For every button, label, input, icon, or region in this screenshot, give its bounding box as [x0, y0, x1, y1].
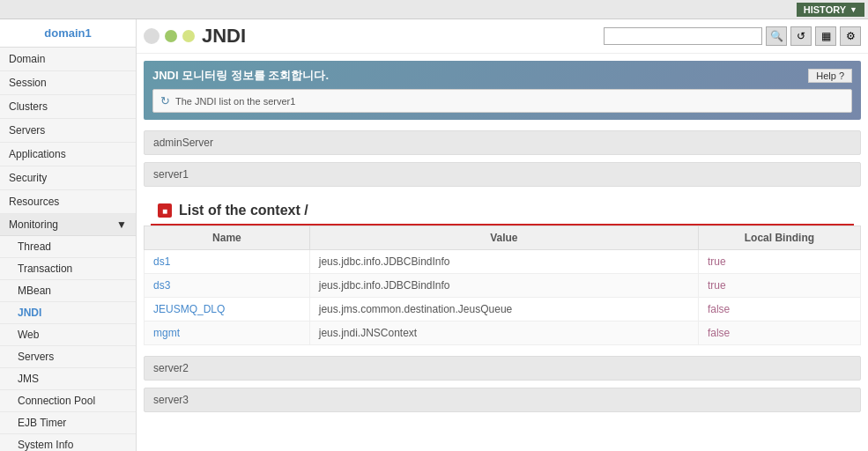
info-box: JNDI 모니터링 정보를 조회합니다. Help ? ↻ The JNDI l…	[144, 61, 861, 120]
info-box-body: ↻ The JNDI list on the server1	[152, 89, 852, 113]
header-right: 🔍 ↺ ▦ ⚙	[604, 26, 861, 46]
sidebar-item-web[interactable]: Web	[0, 324, 136, 346]
help-button[interactable]: Help ?	[808, 69, 852, 83]
main-layout: domain1 Domain Session Clusters Servers …	[0, 19, 868, 451]
sidebar: domain1 Domain Session Clusters Servers …	[0, 19, 137, 451]
logo-circle-green	[165, 30, 177, 42]
sidebar-item-security[interactable]: Security	[0, 166, 136, 190]
sidebar-item-transaction[interactable]: Transaction	[0, 258, 136, 280]
col-header-value: Value	[309, 226, 698, 250]
logo-circles	[144, 28, 195, 44]
cell-local-binding: false	[698, 298, 860, 322]
cell-local-binding: false	[698, 322, 860, 345]
sidebar-item-servers-mon[interactable]: Servers	[0, 346, 136, 368]
page-title: JNDI	[202, 25, 246, 48]
settings-button[interactable]: ⚙	[840, 26, 861, 46]
reload-icon[interactable]: ↻	[160, 94, 170, 107]
sidebar-item-resources[interactable]: Resources	[0, 190, 136, 214]
help-icon: ?	[839, 70, 844, 81]
sidebar-item-thread[interactable]: Thread	[0, 236, 136, 258]
sidebar-item-ejb-timer[interactable]: EJB Timer	[0, 412, 136, 434]
sidebar-item-clusters[interactable]: Clusters	[0, 95, 136, 119]
cell-name[interactable]: ds1	[145, 250, 310, 274]
sidebar-item-jndi[interactable]: JNDI	[0, 302, 136, 324]
server-item-server2[interactable]: server2	[144, 356, 861, 381]
table-row: JEUSMQ_DLQ jeus.jms.common.destination.J…	[145, 298, 861, 322]
monitoring-section-header[interactable]: Monitoring ▼	[0, 214, 136, 236]
sidebar-item-mbean[interactable]: MBean	[0, 280, 136, 302]
grid-button[interactable]: ▦	[815, 26, 836, 46]
server-item-server1[interactable]: server1	[144, 162, 861, 187]
cell-name[interactable]: JEUSMQ_DLQ	[145, 298, 310, 322]
sidebar-item-session[interactable]: Session	[0, 71, 136, 95]
content-header: JNDI 🔍 ↺ ▦ ⚙	[137, 19, 868, 54]
cell-value: jeus.jms.common.destination.JeusQueue	[309, 298, 698, 322]
table-row: ds1 jeus.jdbc.info.JDBCBindInfo true	[145, 250, 861, 274]
section-title-text: List of the context /	[179, 203, 308, 218]
cell-value: jeus.jndi.JNSContext	[309, 322, 698, 345]
table-row: ds3 jeus.jdbc.info.JDBCBindInfo true	[145, 274, 861, 298]
sidebar-item-servers[interactable]: Servers	[0, 119, 136, 143]
info-title-text: JNDI 모니터링 정보를 조회합니다.	[152, 68, 329, 84]
sidebar-item-connection-pool[interactable]: Connection Pool	[0, 390, 136, 412]
context-table: Name Value Local Binding ds1 jeus.jdbc.i…	[144, 226, 861, 345]
server-item-admin[interactable]: adminServer	[144, 130, 861, 155]
sidebar-item-applications[interactable]: Applications	[0, 143, 136, 166]
logo-circle-gray	[144, 28, 160, 44]
sidebar-domain[interactable]: domain1	[0, 19, 136, 48]
sidebar-item-system-info[interactable]: System Info	[0, 434, 136, 451]
content-area: JNDI 🔍 ↺ ▦ ⚙ JNDI 모니터링 정보를 조회합니다. Help ?…	[137, 19, 868, 451]
cell-value: jeus.jdbc.info.JDBCBindInfo	[309, 274, 698, 298]
cell-local-binding: true	[698, 274, 860, 298]
sidebar-item-jms[interactable]: JMS	[0, 368, 136, 390]
server-item-server3[interactable]: server3	[144, 388, 861, 412]
top-bar: HISTORY	[0, 0, 868, 19]
history-button[interactable]: HISTORY	[797, 3, 864, 17]
info-message: The JNDI list on the server1	[175, 96, 295, 107]
table-row: mgmt jeus.jndi.JNSContext false	[145, 322, 861, 345]
col-header-name: Name	[145, 226, 310, 250]
context-section: ■ List of the context /	[144, 190, 861, 226]
sidebar-item-domain[interactable]: Domain	[0, 48, 136, 71]
cell-name[interactable]: ds3	[145, 274, 310, 298]
section-icon: ■	[158, 203, 172, 218]
chevron-down-icon: ▼	[116, 218, 127, 231]
col-header-local-binding: Local Binding	[698, 226, 860, 250]
section-title: ■ List of the context /	[151, 194, 854, 226]
refresh-button-1[interactable]: ↺	[790, 26, 812, 46]
monitoring-label: Monitoring	[9, 218, 58, 231]
cell-value: jeus.jdbc.info.JDBCBindInfo	[309, 250, 698, 274]
cell-name[interactable]: mgmt	[145, 322, 310, 345]
logo-circle-lime	[182, 30, 195, 42]
search-input[interactable]	[604, 27, 762, 45]
info-box-title: JNDI 모니터링 정보를 조회합니다. Help ?	[152, 68, 852, 84]
search-button[interactable]: 🔍	[766, 26, 787, 46]
cell-local-binding: true	[698, 250, 860, 274]
